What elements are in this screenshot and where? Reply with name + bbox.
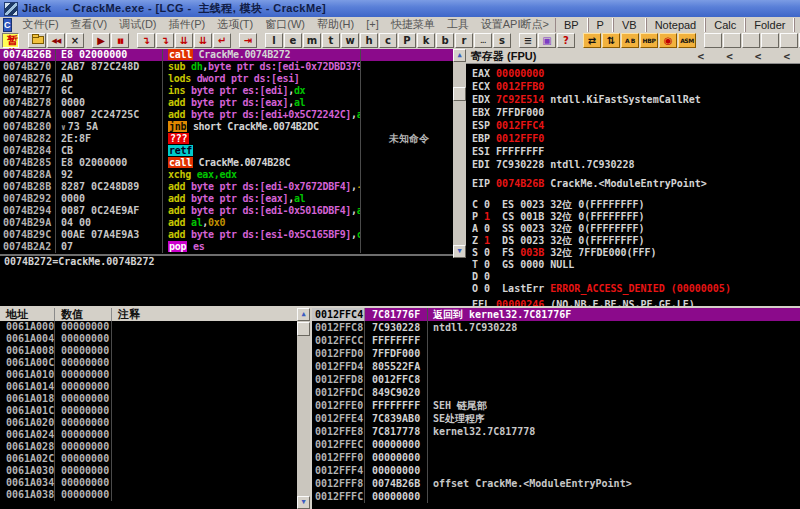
register-line[interactable]: C 0 ES 0023 32位 0(FFFFFFFF) xyxy=(472,199,800,211)
scroll-down-icon[interactable]: ▼ xyxy=(453,245,466,258)
stack-row[interactable]: 0012FFF000000000 xyxy=(312,451,800,464)
disasm-row[interactable]: 0074B280∨73 5Ajnb short CrackMe.0074B2DC xyxy=(0,121,453,133)
disassembly-pane[interactable]: 0074B26BE8 02000000call CrackMe.0074B272… xyxy=(0,49,453,306)
menu-item-tools[interactable]: 工具 xyxy=(441,17,475,32)
execute-till-return-button[interactable]: ↵ xyxy=(213,33,231,48)
help-button[interactable]: ? xyxy=(557,33,575,48)
view-threads-button[interactable]: t xyxy=(322,33,340,48)
empty-button-3[interactable] xyxy=(742,33,760,48)
menu-item-file[interactable]: 文件(F) xyxy=(17,17,65,32)
disasm-row[interactable]: 0074B2776Cins byte ptr es:[edi],dx xyxy=(0,85,453,97)
register-line[interactable]: ESP 0012FFC4 xyxy=(472,119,800,132)
menu-item-view[interactable]: 查看(V) xyxy=(65,17,114,32)
disasm-row[interactable]: 0074B29C00AE 07A4E9A3add byte ptr ds:[es… xyxy=(0,229,453,241)
menu-button-p[interactable]: P xyxy=(588,18,613,32)
view-callstack-button[interactable]: k xyxy=(417,33,435,48)
disasm-row[interactable]: 0074B26BE8 02000000call CrackMe.0074B272 xyxy=(0,49,453,61)
dump-row[interactable]: 0061A03400000000 xyxy=(0,477,310,489)
disasm-row[interactable]: 0074B284CBretf xyxy=(0,145,453,157)
collapse-arrow-icon[interactable]: < xyxy=(783,50,790,63)
view-executables-button[interactable]: e xyxy=(284,33,302,48)
view-log-button[interactable]: l xyxy=(265,33,283,48)
dump-row[interactable]: 0061A01C00000000 xyxy=(0,405,310,417)
disasm-row[interactable]: 0074B2A207pop es xyxy=(0,241,453,253)
stack-row[interactable]: 0012FFF80074B26Boffset CrackMe.<ModuleEn… xyxy=(312,477,800,490)
stack-row[interactable]: 0012FFC87C930228ntdll.7C930228 xyxy=(312,321,800,334)
disasm-row[interactable]: 0074B2822E:8F???未知命令 xyxy=(0,133,453,145)
dump-row[interactable]: 0061A01000000000 xyxy=(0,369,310,381)
scroll-up-icon[interactable]: ▲ xyxy=(453,49,466,62)
go-to-address-button[interactable]: ⇥ xyxy=(239,33,257,48)
register-line[interactable]: EDX 7C92E514 ntdll.KiFastSystemCallRet xyxy=(472,93,800,106)
stack-row[interactable]: 0012FFE0FFFFFFFFSEH 链尾部 xyxy=(312,399,800,412)
collapse-arrow-icon[interactable]: < xyxy=(726,50,733,63)
view-references-button[interactable]: r xyxy=(455,33,473,48)
empty-button-4[interactable] xyxy=(761,33,779,48)
plugin-hbp-button[interactable]: HBP xyxy=(640,33,658,48)
register-line[interactable]: EIP 0074B26B CrackMe.<ModuleEntryPoint> xyxy=(472,177,800,190)
stack-row[interactable]: 0012FFEC00000000 xyxy=(312,438,800,451)
menu-item-plus[interactable]: [+] xyxy=(360,17,385,32)
menu-button-cmd[interactable]: CMD xyxy=(794,18,800,32)
empty-button-2[interactable] xyxy=(723,33,741,48)
dump-row[interactable]: 0061A02C00000000 xyxy=(0,453,310,465)
view-breakpoints-button[interactable]: b xyxy=(436,33,454,48)
disasm-row[interactable]: 0074B285E8 02000000call CrackMe.0074B28C xyxy=(0,157,453,169)
view-windows-button[interactable]: w xyxy=(341,33,359,48)
disasm-row[interactable]: 0074B276ADlods dword ptr ds:[esi] xyxy=(0,73,453,85)
disasm-row[interactable]: 0074B29A04 00add al,0x0 xyxy=(0,217,453,229)
disasm-row[interactable]: 0074B2940087 0C24E9AFadd byte ptr ds:[ed… xyxy=(0,205,453,217)
register-line[interactable]: O 0 LastErr ERROR_ACCESS_DENIED (0000000… xyxy=(472,283,800,295)
stack-row[interactable]: 0012FFD4805522FA xyxy=(312,360,800,373)
view-handles-button[interactable]: h xyxy=(360,33,378,48)
menu-item-plugins[interactable]: 插件(P) xyxy=(163,17,212,32)
animate-into-button[interactable]: ⇊ xyxy=(175,33,193,48)
register-line[interactable]: Z 1 DS 0023 32位 0(FFFFFFFF) xyxy=(472,235,800,247)
step-into-button[interactable]: ↴ xyxy=(137,33,155,48)
stack-row[interactable]: 0012FFCCFFFFFFFF xyxy=(312,334,800,347)
plugin-asm-button[interactable]: ASM xyxy=(678,33,696,48)
restart-button[interactable]: ◀◀ xyxy=(47,33,65,48)
pause-button[interactable]: ▮▮ xyxy=(111,33,129,48)
register-line[interactable]: ESI FFFFFFFF xyxy=(472,145,800,158)
menu-button-notepad[interactable]: Notepad xyxy=(646,18,706,32)
register-line[interactable]: EDI 7C930228 ntdll.7C930228 xyxy=(472,158,800,171)
menu-item-debug[interactable]: 调试(D) xyxy=(113,17,162,32)
disasm-row[interactable]: 0074B28A92xchg eax,edx xyxy=(0,169,453,181)
stack-row[interactable]: 0012FFE47C839AB0SE处理程序 xyxy=(312,412,800,425)
stack-row[interactable]: 0012FFE87C817778kernel32.7C817778 xyxy=(312,425,800,438)
menu-button-vb[interactable]: VB xyxy=(613,18,646,32)
close-program-button[interactable]: × xyxy=(66,33,84,48)
menu-item-set-api-breakpoint[interactable]: 设置API断点> xyxy=(475,17,555,32)
stack-row[interactable]: 0012FFC47C81776F返回到 kernel32.7C81776F xyxy=(312,308,800,321)
scroll-up-icon[interactable]: ▲ xyxy=(297,308,310,321)
disasm-row[interactable]: 0074B28B8287 0C248D89add byte ptr ds:[ed… xyxy=(0,181,453,193)
dump-scrollbar[interactable]: ▲ ▼ xyxy=(297,308,310,509)
view-runtrace-button[interactable]: ... xyxy=(474,33,492,48)
register-line[interactable]: ECX 0012FFB0 xyxy=(472,80,800,93)
register-line[interactable]: D 0 xyxy=(472,271,800,283)
disasm-row[interactable]: 0074B2702AB7 872C248Dsub dh,byte ptr ds:… xyxy=(0,61,453,73)
scroll-down-icon[interactable]: ▼ xyxy=(297,496,310,509)
dump-row[interactable]: 0061A02000000000 xyxy=(0,417,310,429)
stack-row[interactable]: 0012FFDC849C9020 xyxy=(312,386,800,399)
dump-pane[interactable]: 地址 数值 注释 0061A000000000000061A0040000000… xyxy=(0,308,310,509)
step-over-button[interactable]: ↴ xyxy=(156,33,174,48)
stack-row[interactable]: 0012FFD07FFDF000 xyxy=(312,347,800,360)
stack-row[interactable]: 0012FFD80012FFC8 xyxy=(312,373,800,386)
menu-button-folder[interactable]: Folder xyxy=(745,18,794,32)
menu-item-window[interactable]: 窗口(W) xyxy=(259,17,311,32)
collapse-arrow-icon[interactable]: < xyxy=(698,50,705,63)
register-line[interactable]: EBP 0012FFF0 xyxy=(472,132,800,145)
plugin-updown-button[interactable]: ⇅ xyxy=(602,33,620,48)
scroll-thumb[interactable] xyxy=(453,87,466,101)
plugin-compare-button[interactable]: ⇄ xyxy=(583,33,601,48)
plugin-breakpoint-button[interactable]: ◉ xyxy=(659,33,677,48)
register-line[interactable]: A 0 SS 0023 32位 0(FFFFFFFF) xyxy=(472,223,800,235)
empty-button-5[interactable] xyxy=(780,33,798,48)
disasm-row[interactable]: 0074B2780000add byte ptr ds:[eax],al xyxy=(0,97,453,109)
menu-item-options[interactable]: 选项(T) xyxy=(211,17,259,32)
dump-row[interactable]: 0061A00000000000 xyxy=(0,321,310,333)
dump-row[interactable]: 0061A01800000000 xyxy=(0,393,310,405)
stack-row[interactable]: 0012FFF400000000 xyxy=(312,464,800,477)
